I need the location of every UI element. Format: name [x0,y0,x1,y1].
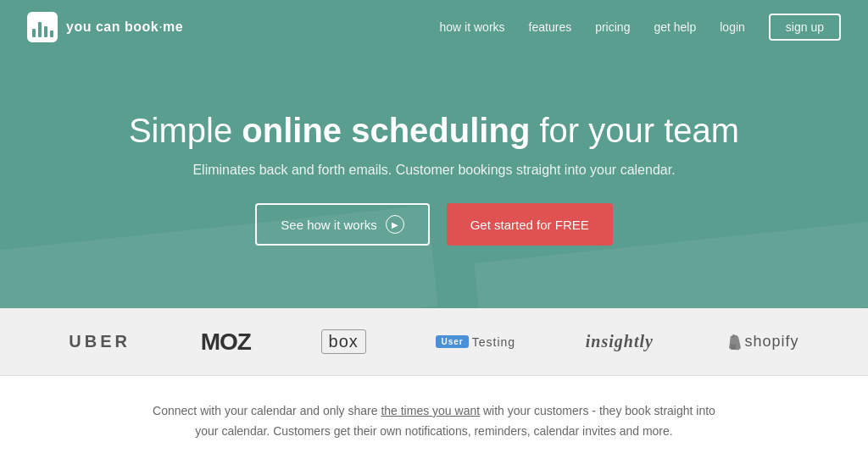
logo-text-part2: me [163,19,183,34]
hero-section: Simple online scheduling for your team E… [0,54,868,308]
bottom-text-part1: Connect with your calendar and only shar… [153,404,381,417]
hero-buttons: See how it works ▶ Get started for FREE [255,203,612,246]
logo-text-part1: you can book [66,19,159,34]
logo-usertesting: UserTesting [436,335,515,349]
bottom-text: Connect with your calendar and only shar… [146,401,722,442]
logo-bar-4 [50,30,53,37]
hero-headline-normal: Simple [129,112,242,149]
hero-headline: Simple online scheduling for your team [129,110,739,151]
logo-shopify: shopify [724,333,799,351]
hero-subheadline: Eliminates back and forth emails. Custom… [192,163,675,178]
logo-box: box [321,329,366,354]
see-how-it-works-button[interactable]: See how it works ▶ [255,203,429,246]
shopify-label: shopify [745,333,799,351]
bottom-text-underline: the times you want [381,404,480,417]
signup-button[interactable]: sign up [769,14,841,41]
play-icon: ▶ [386,215,404,234]
logo-text: you can book·me [66,19,183,35]
see-how-it-works-label: See how it works [281,218,376,232]
shopify-icon [724,333,741,351]
logo-bar-3 [44,26,47,37]
main-nav: how it works features pricing get help l… [440,14,841,41]
logos-strip: UBER MOZ box UserTesting insightly shopi… [0,308,868,376]
nav-login[interactable]: login [720,20,745,34]
svg-rect-0 [731,344,736,350]
usertesting-badge: User [436,335,468,348]
get-started-button[interactable]: Get started for FREE [447,203,613,246]
nav-pricing[interactable]: pricing [595,20,630,34]
nav-features[interactable]: features [529,20,572,34]
logo-insightly: insightly [586,332,654,351]
logo-icon [27,12,58,42]
logo: you can book·me [27,12,183,42]
svg-rect-1 [732,342,735,345]
logo-uber: UBER [69,332,131,351]
logo-bar-2 [38,22,42,37]
header: you can book·me how it works features pr… [0,0,868,54]
hero-headline-end: for your team [530,112,739,149]
hero-headline-bold: online scheduling [242,112,530,149]
logo-bar-1 [32,29,36,37]
nav-how-it-works[interactable]: how it works [440,20,505,34]
nav-get-help[interactable]: get help [654,20,696,34]
bottom-section: Connect with your calendar and only shar… [0,376,868,453]
logo-moz: MOZ [201,329,251,356]
